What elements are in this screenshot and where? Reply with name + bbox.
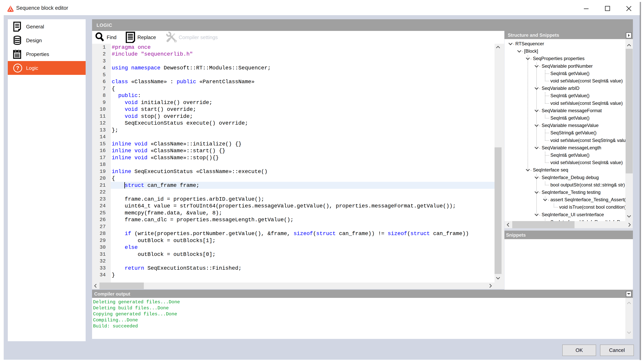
svg-text:?: ? [16,65,20,71]
